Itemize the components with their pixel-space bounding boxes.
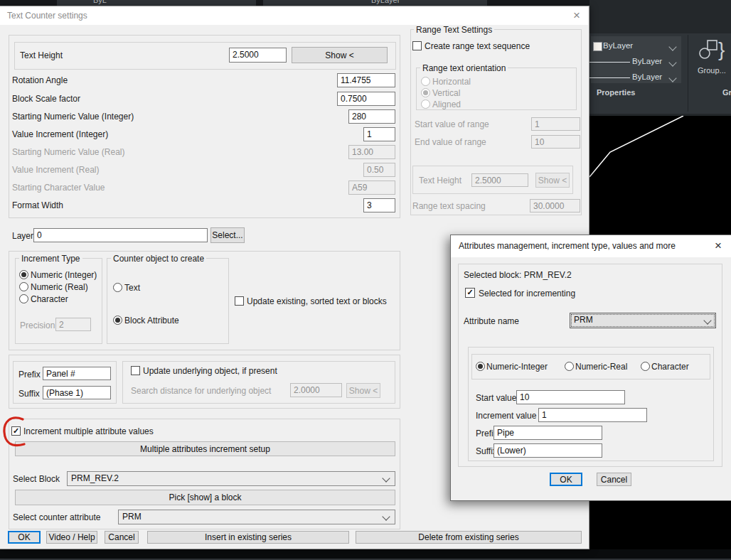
start-int-input[interactable]: 280	[348, 109, 395, 124]
range-show-button[interactable]: Show <	[535, 173, 570, 188]
linetype-dropdown[interactable]: ByLayer	[632, 72, 662, 81]
increment-type-legend: Increment Type	[19, 254, 82, 264]
increment-value-input[interactable]: 1	[538, 408, 647, 422]
clipped-bylayer-text: ByLayer	[371, 0, 400, 4]
start-real-label: Starting Numeric Value (Real)	[12, 147, 125, 157]
delete-series-button[interactable]: Delete from existing series	[356, 531, 582, 544]
search-show-button[interactable]: Show <	[346, 383, 380, 398]
radio-text-label: Text	[124, 283, 140, 293]
radio-aligned-label: Aligned	[432, 99, 461, 109]
attr-cancel-button[interactable]: Cancel	[597, 473, 631, 486]
range-text-height-input[interactable]: 2.5000	[471, 173, 528, 187]
bottom-strip	[0, 549, 731, 560]
chevron-down-icon[interactable]	[668, 74, 676, 82]
incr-real-input[interactable]: 0.50	[363, 163, 395, 177]
radio-numeric-real-label: Numeric-Real	[575, 362, 627, 372]
range-settings-legend: Range Text Settings	[414, 25, 494, 35]
clipped-bylayer-text: ByL	[93, 0, 107, 4]
attribute-name-dropdown[interactable]: PRM	[570, 313, 716, 328]
layer-select-button[interactable]: Select...	[210, 227, 245, 243]
range-end-label: End value of range	[415, 137, 486, 147]
format-width-input[interactable]: 3	[363, 198, 395, 212]
attr-suffix-input[interactable]: (Lower)	[493, 443, 602, 458]
text-height-show-button[interactable]: Show <	[292, 47, 388, 63]
chevron-down-icon	[382, 512, 390, 520]
create-range-checkbox[interactable]	[412, 41, 422, 50]
radio-numeric-integer[interactable]	[476, 362, 485, 371]
radio-horizontal-label: Horizontal	[432, 77, 471, 87]
close-icon[interactable]: ×	[573, 9, 580, 21]
chevron-down-icon[interactable]	[668, 58, 676, 66]
format-width-label: Format Width	[12, 200, 63, 210]
attr-prefix-input[interactable]: Pipe	[493, 426, 602, 440]
selected-block-text: Selected block: PRM_REV.2	[464, 270, 572, 280]
chevron-down-icon	[382, 474, 390, 482]
color-swatch[interactable]	[593, 42, 602, 51]
group-button[interactable]: } Group...	[693, 35, 731, 85]
range-start-input[interactable]: 1	[531, 117, 580, 131]
radio-numeric-integer-label: Numeric-Integer	[486, 362, 548, 372]
incr-int-input[interactable]: 1	[363, 127, 395, 141]
precision-input[interactable]: 2	[55, 318, 91, 331]
start-real-input[interactable]: 13.00	[348, 145, 395, 159]
incr-int-label: Value Increment (Integer)	[12, 129, 108, 139]
layer-input[interactable]: 0	[33, 228, 208, 242]
create-range-label: Create range text sequence	[425, 41, 530, 51]
ribbon-top-band	[57, 0, 256, 6]
select-counter-attr-dropdown[interactable]: PRM	[118, 510, 395, 524]
radio-block-attribute[interactable]	[113, 316, 122, 325]
ribbon-right: ByLayer ByLayer ByLayer Properties } Gro…	[589, 0, 731, 116]
radio-numeric-real[interactable]	[19, 282, 28, 291]
radio-block-attribute-label: Block Attribute	[124, 316, 179, 325]
radio-vertical[interactable]	[421, 88, 430, 97]
start-value-input[interactable]: 10	[516, 390, 625, 404]
range-spacing-input[interactable]: 30.0000	[530, 199, 580, 212]
dialog-title: Attributes management, increment type, v…	[459, 241, 676, 251]
ribbon-top-strip: ByL ByLayer	[0, 0, 589, 6]
radio-text[interactable]	[113, 283, 122, 292]
cancel-button[interactable]: Cancel	[105, 531, 139, 544]
radio-character[interactable]	[641, 362, 650, 371]
chevron-down-icon[interactable]	[668, 43, 676, 50]
selected-for-incrementing-checkbox[interactable]: ✓	[465, 288, 475, 298]
attr-ok-button[interactable]: OK	[550, 473, 582, 486]
range-orientation-legend: Range text orientation	[420, 63, 508, 73]
lineweight-dropdown[interactable]: ByLayer	[632, 57, 662, 65]
radio-numeric-real[interactable]	[565, 362, 574, 371]
range-text-height-label: Text Height	[419, 176, 461, 185]
rotation-angle-input[interactable]: 11.4755	[337, 73, 395, 87]
update-existing-checkbox[interactable]	[235, 296, 244, 306]
video-help-button[interactable]: Video / Help	[46, 531, 97, 544]
search-distance-label: Search distance for underlying object	[131, 386, 271, 396]
linetype-line-icon	[589, 77, 630, 78]
search-distance-input[interactable]: 2.0000	[290, 383, 342, 397]
select-block-label: Select Block	[13, 474, 60, 484]
ok-button[interactable]: OK	[8, 531, 41, 544]
object-color-dropdown[interactable]: ByLayer	[603, 41, 633, 50]
insert-series-button[interactable]: Insert in existing series	[147, 531, 349, 544]
radio-vertical-label: Vertical	[432, 88, 460, 98]
pick-block-button[interactable]: Pick [show] a block	[15, 490, 395, 505]
radio-character[interactable]	[19, 294, 28, 303]
select-block-dropdown[interactable]: PRM_REV.2	[67, 471, 395, 486]
radio-numeric-integer[interactable]	[19, 270, 28, 279]
suffix-input[interactable]: (Phase 1)	[43, 386, 111, 399]
update-underlying-checkbox[interactable]	[131, 366, 140, 375]
prefix-input[interactable]: Panel #	[43, 367, 111, 380]
ribbon-upper-band	[589, 0, 731, 33]
radio-horizontal[interactable]	[421, 77, 430, 86]
selected-for-incrementing-label: Selected for incrementing	[479, 289, 575, 298]
range-end-input[interactable]: 10	[531, 135, 580, 149]
groups-panel-label: Gr	[722, 88, 731, 97]
layer-label: Layer	[12, 231, 33, 241]
radio-aligned[interactable]	[421, 99, 430, 109]
text-height-input[interactable]: 2.5000	[229, 48, 287, 63]
radio-numeric-integer-label: Numeric (Integer)	[31, 270, 97, 280]
range-start-label: Start value of range	[415, 119, 489, 129]
radio-numeric-real-label: Numeric (Real)	[31, 282, 88, 292]
multi-setup-button[interactable]: Multiple attributes increment setup	[15, 441, 395, 456]
block-scale-input[interactable]: 0.7500	[337, 92, 395, 106]
close-icon[interactable]: ×	[715, 239, 722, 252]
incr-real-label: Value Increment (Real)	[12, 165, 100, 175]
start-char-input[interactable]: A59	[348, 181, 395, 195]
